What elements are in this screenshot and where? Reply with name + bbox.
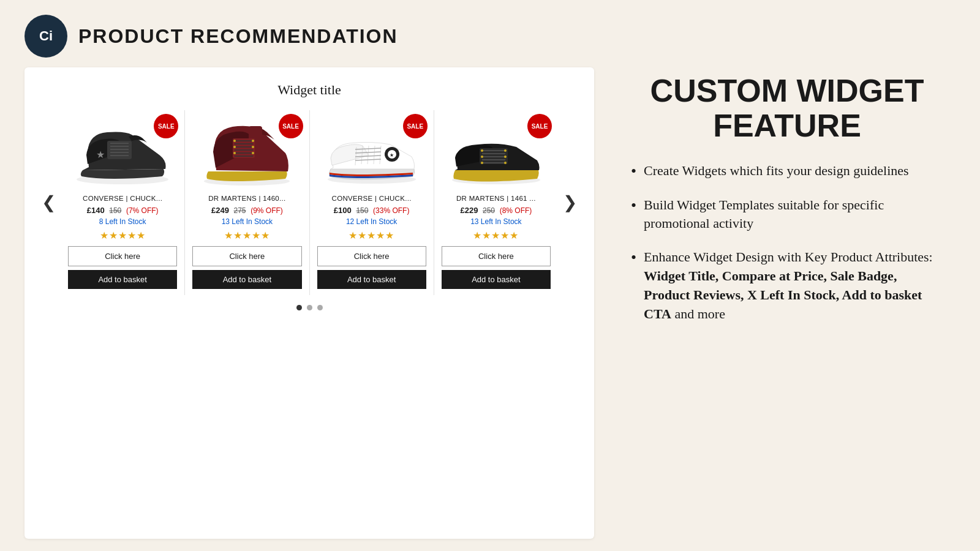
- add-to-basket-button[interactable]: Add to basket: [192, 270, 301, 289]
- product-price: £140 150 (7% OFF): [87, 206, 159, 215]
- svg-rect-10: [233, 138, 255, 158]
- product-price: £100 150 (33% OFF): [334, 206, 410, 215]
- add-to-basket-button[interactable]: Add to basket: [317, 270, 426, 289]
- features-panel: CUSTOM WIDGET FEATURE Create Widgets whi…: [619, 67, 956, 539]
- price-current: £249: [211, 206, 229, 215]
- product-name: CONVERSE | CHUCK...: [332, 195, 412, 202]
- sale-badge: SALE: [279, 114, 303, 138]
- svg-point-19: [233, 146, 236, 148]
- features-list: Create Widgets which fits your design gu…: [631, 162, 943, 338]
- svg-point-43: [481, 149, 483, 152]
- sale-badge: SALE: [527, 114, 552, 138]
- svg-point-17: [233, 140, 236, 142]
- widget-title: Widget title: [37, 82, 582, 98]
- logo: Ci: [24, 15, 67, 58]
- stock-info: 8 Left In Stock: [99, 217, 146, 226]
- price-original: 150: [356, 206, 368, 215]
- add-to-basket-button[interactable]: Add to basket: [68, 270, 177, 289]
- stock-info: 13 Left In Stock: [470, 217, 521, 226]
- feature-text: Enhance Widget Design with Key Product A…: [644, 248, 943, 323]
- star-rating: ★★★★★: [224, 230, 270, 241]
- price-original: 150: [109, 206, 121, 215]
- star-rating: ★★★★★: [349, 230, 394, 241]
- price-original: 250: [483, 206, 495, 215]
- header: Ci PRODUCT RECOMMENDATION: [0, 0, 980, 67]
- feature-item: Enhance Widget Design with Key Product A…: [631, 248, 943, 323]
- svg-text:★: ★: [96, 149, 105, 160]
- features-heading: CUSTOM WIDGET FEATURE: [631, 73, 943, 143]
- carousel-dot[interactable]: [296, 305, 302, 310]
- product-name: DR MARTENS | 1460...: [208, 195, 285, 202]
- click-here-button[interactable]: Click here: [442, 246, 551, 266]
- svg-point-45: [481, 156, 483, 158]
- product-name: DR MARTENS | 1461 ...: [456, 195, 536, 202]
- product-card: SALE: [434, 110, 558, 295]
- svg-point-18: [252, 140, 254, 142]
- feature-item: Create Widgets which fits your design gu…: [631, 162, 943, 181]
- star-rating: ★★★★★: [473, 230, 519, 241]
- carousel-next-button[interactable]: ❯: [558, 194, 582, 211]
- svg-point-20: [252, 146, 254, 148]
- feature-item: Build Widget Templates suitable for spec…: [631, 196, 943, 234]
- price-current: £229: [460, 206, 478, 215]
- product-card: SALE: [185, 110, 309, 295]
- svg-point-22: [252, 152, 254, 154]
- price-discount: (7% OFF): [126, 206, 159, 215]
- carousel-dot[interactable]: [307, 305, 312, 310]
- carousel-prev-button[interactable]: ❮: [37, 194, 61, 211]
- feature-text: Create Widgets which fits your design gu…: [644, 162, 909, 181]
- svg-point-44: [504, 149, 507, 152]
- sale-badge: SALE: [154, 114, 178, 138]
- main-content: Widget title ❮ SALE: [0, 67, 980, 551]
- svg-point-48: [504, 162, 507, 164]
- app-title: PRODUCT RECOMMENDATION: [78, 25, 398, 48]
- product-price: £229 250 (8% OFF): [460, 206, 532, 215]
- add-to-basket-button[interactable]: Add to basket: [442, 270, 551, 289]
- svg-point-47: [481, 162, 483, 164]
- svg-point-46: [504, 156, 507, 158]
- svg-text:★: ★: [390, 152, 394, 158]
- svg-point-21: [233, 152, 236, 154]
- products-row: SALE: [61, 110, 558, 295]
- price-discount: (33% OFF): [373, 206, 409, 215]
- sale-badge: SALE: [403, 114, 428, 138]
- click-here-button[interactable]: Click here: [68, 246, 177, 266]
- product-name: CONVERSE | CHUCK...: [83, 195, 162, 202]
- star-rating: ★★★★★: [100, 230, 146, 241]
- widget-demo: Widget title ❮ SALE: [24, 67, 594, 539]
- carousel-dots: [37, 305, 582, 310]
- product-card: SALE: [310, 110, 434, 295]
- price-discount: (9% OFF): [251, 206, 283, 215]
- click-here-button[interactable]: Click here: [317, 246, 426, 266]
- stock-info: 12 Left In Stock: [346, 217, 397, 226]
- feature-text: Build Widget Templates suitable for spec…: [644, 196, 943, 234]
- price-original: 275: [233, 206, 246, 215]
- carousel-wrapper: ❮ SALE: [37, 110, 582, 295]
- product-price: £249 275 (9% OFF): [211, 206, 283, 215]
- click-here-button[interactable]: Click here: [192, 246, 301, 266]
- price-current: £140: [87, 206, 105, 215]
- carousel-dot[interactable]: [317, 305, 323, 310]
- price-current: £100: [334, 206, 352, 215]
- stock-info: 13 Left In Stock: [222, 217, 273, 226]
- product-card: SALE: [61, 110, 185, 295]
- price-discount: (8% OFF): [500, 206, 532, 215]
